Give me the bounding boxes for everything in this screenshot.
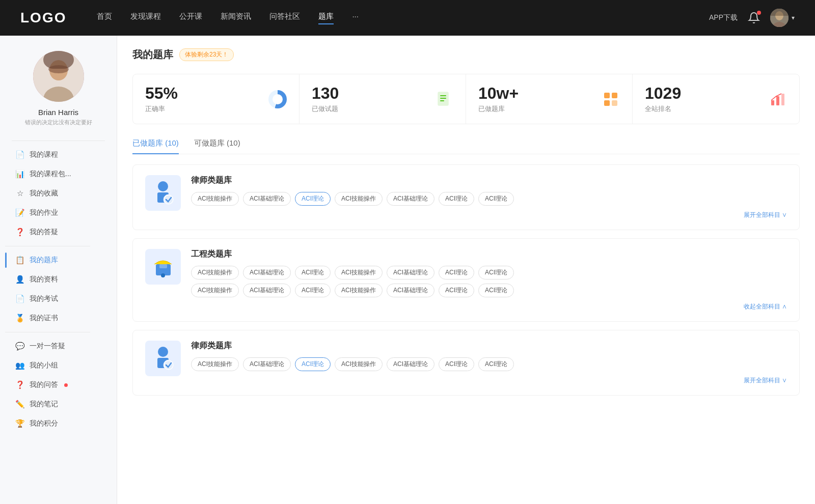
page-header: 我的题库 体验剩余23天！ xyxy=(132,48,800,62)
svg-point-20 xyxy=(158,181,168,191)
tag-e2-4[interactable]: ACI基础理论 xyxy=(387,284,434,297)
sidebar-item-group[interactable]: 👥 我的小组 xyxy=(5,356,112,375)
tab-available[interactable]: 可做题库 (10) xyxy=(194,138,240,154)
tag-l2-2[interactable]: ACI理论 xyxy=(295,357,331,371)
stat-banks-text: 10w+ 已做题库 xyxy=(478,85,594,114)
bank-card-lawyer-2: 律师类题库 ACI技能操作 ACI基础理论 ACI理论 ACI技能操作 ACI基… xyxy=(132,330,800,396)
nav-right: APP下载 ▾ xyxy=(709,9,795,27)
sidebar-menu: 📄 我的课程 📊 我的课程包... ☆ 我的收藏 📝 我的作业 ❓ 我的答疑 � xyxy=(0,145,117,433)
nav-open-course[interactable]: 公开课 xyxy=(179,12,202,24)
logo[interactable]: LOGO xyxy=(20,10,66,26)
sidebar-avatar xyxy=(33,51,84,102)
star-icon: ☆ xyxy=(15,189,24,198)
tag-l1-1[interactable]: ACI基础理论 xyxy=(243,192,291,206)
nav-qa[interactable]: 问答社区 xyxy=(269,12,300,24)
sidebar-item-homework[interactable]: 📝 我的作业 xyxy=(5,203,112,222)
sidebar-item-certificate[interactable]: 🏅 我的证书 xyxy=(5,309,112,328)
avatar xyxy=(770,9,789,27)
expand-label-lawyer-2[interactable]: 展开全部科目 ∨ xyxy=(744,376,787,385)
tag-l1-5[interactable]: ACI理论 xyxy=(439,192,474,206)
user-name: Brian Harris xyxy=(38,108,78,117)
profile-icon: 👤 xyxy=(15,275,24,284)
nav-home[interactable]: 首页 xyxy=(97,12,112,24)
sidebar-item-profile[interactable]: 👤 我的资料 xyxy=(5,270,112,289)
tag-e2-1[interactable]: ACI基础理论 xyxy=(243,284,291,297)
tab-done[interactable]: 已做题库 (10) xyxy=(132,138,179,154)
points-icon: 🏆 xyxy=(15,419,24,428)
tag-l2-0[interactable]: ACI技能操作 xyxy=(191,357,239,371)
tag-l2-3[interactable]: ACI技能操作 xyxy=(335,357,383,371)
group-icon: 👥 xyxy=(15,361,24,370)
tag-e2-0[interactable]: ACI技能操作 xyxy=(191,284,239,297)
sidebar-item-qa-label: 我的答疑 xyxy=(30,228,58,237)
stat-done-questions: 130 已做试题 xyxy=(300,74,466,124)
sidebar-item-questions-label: 我的问答 xyxy=(30,380,58,389)
course-icon: 📄 xyxy=(15,150,24,159)
exam-icon: 📄 xyxy=(15,294,24,303)
avatar-image xyxy=(770,9,789,27)
tag-l1-2[interactable]: ACI理论 xyxy=(295,192,331,206)
svg-rect-12 xyxy=(440,100,444,101)
tag-e2-5[interactable]: ACI理论 xyxy=(439,284,474,297)
bank-icon-lawyer-2 xyxy=(145,341,181,376)
avatar-svg xyxy=(33,51,84,102)
tag-l2-1[interactable]: ACI基础理论 xyxy=(243,357,291,371)
tag-e-5[interactable]: ACI理论 xyxy=(439,266,474,279)
bank-icon-engineer xyxy=(145,249,181,285)
bank-tags-lawyer-2: ACI技能操作 ACI基础理论 ACI理论 ACI技能操作 ACI基础理论 AC… xyxy=(191,357,787,371)
tag-e-4[interactable]: ACI基础理论 xyxy=(387,266,434,279)
nav-news[interactable]: 新闻资讯 xyxy=(221,12,251,24)
sidebar-item-1on1[interactable]: 💬 一对一答疑 xyxy=(5,337,112,356)
divider-mid2 xyxy=(5,332,90,332)
collapse-label-engineer[interactable]: 收起全部科目 ∧ xyxy=(744,302,787,311)
user-avatar-wrapper[interactable]: ▾ xyxy=(770,9,795,27)
nav-questionbank[interactable]: 题库 xyxy=(318,12,334,24)
svg-rect-11 xyxy=(440,98,446,99)
tag-e2-6[interactable]: ACI理论 xyxy=(478,284,514,297)
sidebar-item-points[interactable]: 🏆 我的积分 xyxy=(5,414,112,433)
nav-discover[interactable]: 发现课程 xyxy=(130,12,161,24)
bank-icon-lawyer xyxy=(145,175,181,211)
sidebar-item-exam[interactable]: 📄 我的考试 xyxy=(5,289,112,309)
stats-row: 55% 正确率 130 已做试题 xyxy=(132,74,800,124)
sidebar-item-notes[interactable]: ✏️ 我的笔记 xyxy=(5,395,112,414)
tag-l2-6[interactable]: ACI理论 xyxy=(478,357,514,371)
stat-done-banks: 10w+ 已做题库 xyxy=(466,74,633,124)
sidebar-item-questionbank[interactable]: 📋 我的题库 xyxy=(5,250,112,270)
package-icon: 📊 xyxy=(15,170,24,179)
sidebar-item-package[interactable]: 📊 我的课程包... xyxy=(5,164,112,184)
tag-e2-3[interactable]: ACI技能操作 xyxy=(335,284,383,297)
homework-icon: 📝 xyxy=(15,208,24,217)
bar-stat-icon xyxy=(769,90,787,108)
tag-l2-4[interactable]: ACI基础理论 xyxy=(387,357,434,371)
expand-label-lawyer-1[interactable]: 展开全部科目 ∨ xyxy=(744,211,787,219)
sidebar-item-favorites-label: 我的收藏 xyxy=(30,189,58,198)
tag-e-1[interactable]: ACI基础理论 xyxy=(243,266,291,279)
sidebar-item-favorites[interactable]: ☆ 我的收藏 xyxy=(5,184,112,203)
sidebar-item-course[interactable]: 📄 我的课程 xyxy=(5,145,112,164)
notification-bell[interactable] xyxy=(748,12,760,24)
tag-e2-2[interactable]: ACI理论 xyxy=(295,284,331,297)
svg-rect-10 xyxy=(440,95,446,96)
tag-e-6[interactable]: ACI理论 xyxy=(478,266,514,279)
bank-content-lawyer-2: 律师类题库 ACI技能操作 ACI基础理论 ACI理论 ACI技能操作 ACI基… xyxy=(191,341,787,385)
sidebar-item-questionbank-label: 我的题库 xyxy=(30,256,58,265)
app-download-link[interactable]: APP下载 xyxy=(709,13,738,22)
stat-rank-text: 1029 全站排名 xyxy=(645,85,762,114)
tag-l2-5[interactable]: ACI理论 xyxy=(439,357,474,371)
bank-title-lawyer-2: 律师类题库 xyxy=(191,341,787,351)
stat-banks-label: 已做题库 xyxy=(478,104,594,114)
nav-more[interactable]: ··· xyxy=(352,12,359,24)
tag-e-2[interactable]: ACI理论 xyxy=(295,266,331,279)
sidebar-item-questions[interactable]: ❓ 我的问答 xyxy=(5,375,112,395)
stat-done-value: 130 xyxy=(312,85,428,102)
tag-l1-0[interactable]: ACI技能操作 xyxy=(191,192,239,206)
tag-l1-6[interactable]: ACI理论 xyxy=(478,192,514,206)
tag-l1-4[interactable]: ACI基础理论 xyxy=(387,192,434,206)
user-motto: 错误的决定比没有决定要好 xyxy=(17,119,100,126)
tag-e-3[interactable]: ACI技能操作 xyxy=(335,266,383,279)
tag-l1-3[interactable]: ACI技能操作 xyxy=(335,192,383,206)
tag-e-0[interactable]: ACI技能操作 xyxy=(191,266,239,279)
sidebar-item-qa[interactable]: ❓ 我的答疑 xyxy=(5,222,112,242)
bank-card-engineer: 工程类题库 ACI技能操作 ACI基础理论 ACI理论 ACI技能操作 ACI基… xyxy=(132,238,800,322)
